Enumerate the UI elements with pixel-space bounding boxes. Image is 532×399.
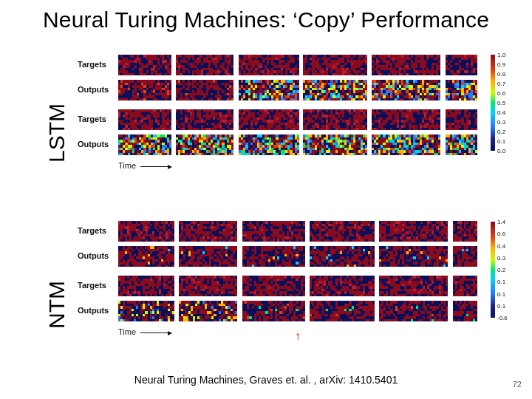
heatmap-strip [453, 246, 477, 267]
heatmap-strip [239, 109, 299, 130]
heatmap-strip [453, 221, 477, 242]
time-axis-label: Time [118, 161, 171, 170]
heatmap-strip [118, 301, 174, 321]
heatmap-strip [118, 276, 174, 296]
heatmap-strip [379, 246, 448, 267]
heatmap-strip [310, 301, 375, 321]
row-label: Targets [78, 226, 106, 235]
row-label: Targets [78, 281, 106, 290]
heatmap-strip [118, 134, 171, 155]
heatmap-strip [453, 301, 477, 321]
heatmap-strip [179, 246, 237, 267]
heatmap-strip [379, 276, 448, 296]
heatmap-strip [310, 221, 375, 242]
time-axis-label: Time [118, 327, 171, 336]
red-arrow-marker: ↑ [295, 330, 301, 343]
heatmap-strip [453, 276, 477, 296]
row-label: Outputs [78, 306, 109, 315]
colorbar-ntm [491, 222, 495, 318]
heatmap-strip [303, 80, 367, 100]
page-number: 72 [513, 380, 522, 389]
heatmap-strip [118, 80, 171, 100]
row-label: Targets [78, 115, 106, 123]
heatmap-strip [372, 134, 440, 155]
heatmap-strip [176, 109, 233, 130]
heatmap-strip [303, 109, 367, 130]
citation-text: Neural Turing Machines, Graves et. al. ,… [0, 374, 532, 386]
heatmap-strip [379, 301, 448, 321]
group-label-lstm: LSTM [44, 103, 69, 163]
heatmap-strip [239, 134, 299, 155]
heatmap-strip [303, 134, 367, 155]
heatmap-strip [176, 134, 233, 155]
row-label: Targets [78, 60, 106, 69]
heatmap-strip [118, 109, 171, 130]
heatmap-strip [239, 80, 299, 100]
ntm-panel: TargetsOutputsTargetsOutputsTime [78, 218, 491, 347]
heatmap-strip [303, 55, 367, 75]
heatmap-strip [118, 55, 171, 75]
lstm-panel: TargetsOutputsTargetsOutputsTime [78, 52, 491, 181]
heatmap-strip [372, 80, 440, 100]
heatmap-strip [179, 301, 237, 321]
heatmap-strip [118, 246, 174, 267]
heatmap-strip [179, 276, 237, 296]
heatmap-strip [379, 221, 448, 242]
group-label-ntm: NTM [44, 281, 69, 329]
heatmap-strip [242, 276, 305, 296]
row-label: Outputs [78, 251, 109, 260]
heatmap-strip [118, 221, 174, 242]
heatmap-strip [242, 301, 305, 321]
page-title: Neural Turing Machines: ‘Copy’ Performan… [0, 7, 532, 33]
heatmap-strip [446, 80, 477, 100]
heatmap-strip [176, 55, 233, 75]
heatmap-strip [310, 246, 375, 267]
heatmap-strip [176, 80, 233, 100]
heatmap-strip [310, 276, 375, 296]
heatmap-strip [179, 221, 237, 242]
heatmap-strip [372, 109, 440, 130]
heatmap-strip [446, 109, 477, 130]
heatmap-strip [242, 221, 305, 242]
colorbar-lstm [491, 55, 495, 151]
slide: Neural Turing Machines: ‘Copy’ Performan… [0, 0, 532, 399]
heatmap-strip [446, 134, 477, 155]
row-label: Outputs [78, 85, 109, 94]
heatmap-strip [242, 246, 305, 267]
heatmap-strip [239, 55, 299, 75]
heatmap-strip [446, 55, 477, 75]
row-label: Outputs [78, 140, 109, 149]
heatmap-strip [372, 55, 440, 75]
